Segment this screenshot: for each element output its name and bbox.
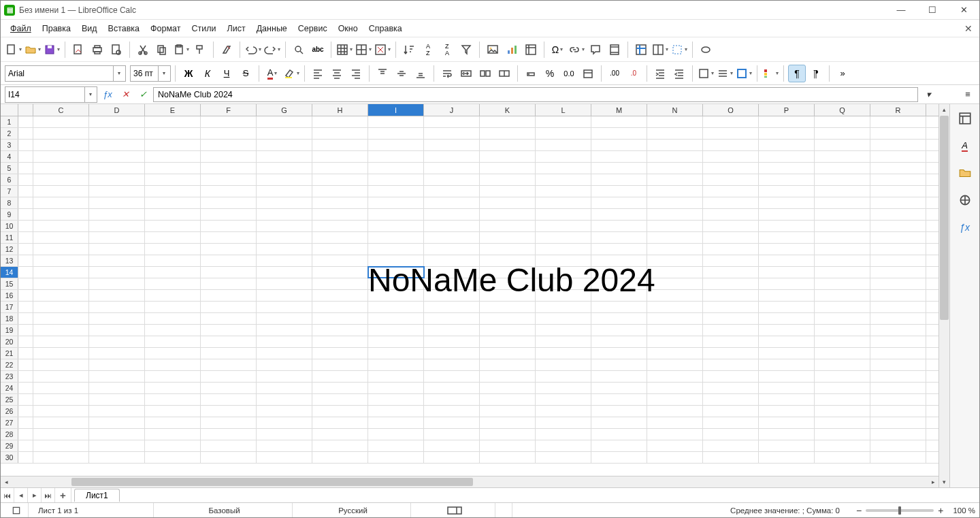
- row-header-11[interactable]: 11: [1, 232, 18, 243]
- cell-D14[interactable]: [89, 267, 145, 278]
- cell-D19[interactable]: [89, 325, 145, 336]
- border-style-button[interactable]: [716, 65, 734, 82]
- split-window-button[interactable]: [651, 41, 669, 59]
- insert-cells-button[interactable]: [355, 41, 372, 59]
- align-left-button[interactable]: [309, 65, 327, 82]
- spellcheck-button[interactable]: abc: [309, 41, 327, 59]
- cell-M14[interactable]: [591, 267, 647, 278]
- cell-O12[interactable]: [703, 244, 759, 255]
- cell-G12[interactable]: [257, 244, 312, 255]
- properties-panel-button[interactable]: [955, 108, 975, 129]
- cell-H15[interactable]: [312, 278, 368, 289]
- align-right-button[interactable]: [347, 65, 365, 82]
- cell-K13[interactable]: [480, 255, 536, 266]
- add-decimal-button[interactable]: .00: [606, 65, 623, 82]
- cell-I18[interactable]: [368, 313, 424, 324]
- pivot-button[interactable]: [522, 41, 540, 59]
- cell-E30[interactable]: [145, 452, 201, 463]
- cell-C26[interactable]: [33, 406, 89, 417]
- cell-P10[interactable]: [759, 221, 815, 231]
- cell-R14[interactable]: [870, 267, 926, 278]
- cell-R21[interactable]: [870, 348, 926, 359]
- cell-K8[interactable]: [480, 197, 536, 208]
- cell-E9[interactable]: [145, 209, 201, 220]
- cell-M3[interactable]: [591, 140, 647, 150]
- cell-L27[interactable]: [536, 417, 591, 428]
- cell-D29[interactable]: [89, 440, 145, 451]
- cell-H8[interactable]: [312, 197, 368, 208]
- cell-M18[interactable]: [591, 313, 647, 324]
- row-header-20[interactable]: 20: [1, 336, 18, 347]
- cell-K11[interactable]: [480, 232, 536, 243]
- cell-E11[interactable]: [145, 232, 201, 243]
- cell-7[interactable]: [18, 186, 33, 197]
- cell-L22[interactable]: [536, 359, 591, 370]
- cell-N28[interactable]: [647, 429, 703, 440]
- cell-O25[interactable]: [703, 394, 759, 405]
- special-char-button[interactable]: Ω: [549, 41, 566, 59]
- cell-L16[interactable]: [536, 290, 591, 301]
- cell-I12[interactable]: [368, 244, 424, 255]
- cell-D10[interactable]: [89, 221, 145, 231]
- cell-G9[interactable]: [257, 209, 312, 220]
- menu-tools[interactable]: Сервис: [293, 22, 333, 35]
- cell-L5[interactable]: [536, 163, 591, 174]
- cell-L23[interactable]: [536, 371, 591, 382]
- cell-C17[interactable]: [33, 302, 89, 312]
- row-header-17[interactable]: 17: [1, 302, 18, 312]
- cell-K20[interactable]: [480, 336, 536, 347]
- cell-G19[interactable]: [257, 325, 312, 336]
- cell-D28[interactable]: [89, 429, 145, 440]
- cell-K19[interactable]: [480, 325, 536, 336]
- cell-O26[interactable]: [703, 406, 759, 417]
- cell-N14[interactable]: [647, 267, 703, 278]
- menu-view[interactable]: Вид: [76, 22, 103, 35]
- cell-M25[interactable]: [591, 394, 647, 405]
- cell-L18[interactable]: [536, 313, 591, 324]
- cell-G8[interactable]: [257, 197, 312, 208]
- cell-F18[interactable]: [201, 313, 257, 324]
- cell-6[interactable]: [18, 174, 33, 185]
- cell-F12[interactable]: [201, 244, 257, 255]
- cell-R6[interactable]: [870, 174, 926, 185]
- cell-K27[interactable]: [480, 417, 536, 428]
- cell-O1[interactable]: [703, 116, 759, 127]
- close-doc-button[interactable]: ✕: [962, 23, 975, 34]
- cell-J14[interactable]: [424, 267, 480, 278]
- underline-button[interactable]: Ч: [218, 65, 235, 82]
- cell-H19[interactable]: [312, 325, 368, 336]
- cell-N19[interactable]: [647, 325, 703, 336]
- cell-M22[interactable]: [591, 359, 647, 370]
- toolbar-overflow-button[interactable]: »: [834, 65, 851, 82]
- add-sheet-button[interactable]: +: [55, 488, 71, 503]
- cell-J20[interactable]: [424, 336, 480, 347]
- hscroll-thumb[interactable]: [71, 478, 473, 486]
- cell-H30[interactable]: [312, 452, 368, 463]
- cell-N3[interactable]: [647, 140, 703, 150]
- cell-P2[interactable]: [759, 128, 815, 139]
- cell-F3[interactable]: [201, 140, 257, 150]
- column-header-O[interactable]: O: [703, 104, 759, 116]
- cell-N25[interactable]: [647, 394, 703, 405]
- align-bottom-button[interactable]: [412, 65, 429, 82]
- cell-R28[interactable]: [870, 429, 926, 440]
- cell-E3[interactable]: [145, 140, 201, 150]
- cell-Q24[interactable]: [815, 383, 870, 393]
- cell-O20[interactable]: [703, 336, 759, 347]
- ltr-button[interactable]: ¶: [788, 65, 806, 82]
- unmerge-cells-button[interactable]: [476, 65, 494, 82]
- cell-Q6[interactable]: [815, 174, 870, 185]
- cell-N5[interactable]: [647, 163, 703, 174]
- cell-E15[interactable]: [145, 278, 201, 289]
- cell-J15[interactable]: [424, 278, 480, 289]
- cell-F17[interactable]: [201, 302, 257, 312]
- cell-F29[interactable]: [201, 440, 257, 451]
- find-button[interactable]: [290, 41, 308, 59]
- cell-R24[interactable]: [870, 383, 926, 393]
- menu-format[interactable]: Формат: [145, 22, 186, 35]
- row-header-5[interactable]: 5: [1, 163, 18, 174]
- cell-G14[interactable]: [257, 267, 312, 278]
- cell-O10[interactable]: [703, 221, 759, 231]
- cell-N20[interactable]: [647, 336, 703, 347]
- print-preview-button[interactable]: [108, 41, 125, 59]
